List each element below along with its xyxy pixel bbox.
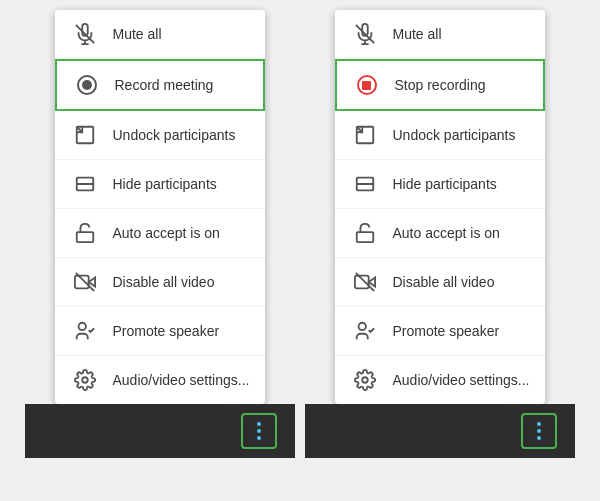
- dot3: [257, 436, 261, 440]
- right-dot3: [537, 436, 541, 440]
- svg-marker-22: [368, 277, 374, 286]
- left-three-dots-button[interactable]: [241, 413, 277, 449]
- record-circle: [77, 75, 97, 95]
- svg-point-25: [362, 377, 368, 383]
- left-undock-label: Undock participants: [113, 127, 236, 143]
- settings-icon: [71, 366, 99, 394]
- mute-all-icon: [71, 20, 99, 48]
- left-auto-accept-item[interactable]: Auto accept is on: [55, 209, 266, 258]
- right-undock-item[interactable]: Undock participants: [335, 111, 546, 160]
- left-bottom-bar: [25, 404, 295, 458]
- right-three-dots-icon: [537, 422, 541, 440]
- dot1: [257, 422, 261, 426]
- disable-video-icon: [71, 268, 99, 296]
- right-settings-item[interactable]: Audio/video settings...: [335, 356, 546, 404]
- right-hide-icon: [351, 170, 379, 198]
- right-hide-label: Hide participants: [393, 176, 497, 192]
- undock-icon: [71, 121, 99, 149]
- stop-record-circle: [357, 75, 377, 95]
- svg-rect-7: [76, 232, 93, 242]
- left-menu: Mute all Record meeting: [55, 10, 266, 404]
- right-dot2: [537, 429, 541, 433]
- record-circle-inner: [82, 80, 92, 90]
- left-record-meeting-item[interactable]: Record meeting: [55, 59, 266, 111]
- right-lock-open-icon: [351, 219, 379, 247]
- right-menu: Mute all Stop recording: [335, 10, 546, 404]
- stop-record-inner: [362, 81, 371, 90]
- left-undock-item[interactable]: Undock participants: [55, 111, 266, 160]
- right-settings-label: Audio/video settings...: [393, 372, 530, 388]
- right-auto-accept-label: Auto accept is on: [393, 225, 500, 241]
- stop-record-icon: [353, 71, 381, 99]
- svg-point-11: [78, 323, 85, 330]
- svg-point-24: [358, 323, 365, 330]
- svg-point-12: [82, 377, 88, 383]
- right-mute-all-item[interactable]: Mute all: [335, 10, 546, 59]
- left-promote-label: Promote speaker: [113, 323, 220, 339]
- right-stop-recording-label: Stop recording: [395, 77, 486, 93]
- right-promote-label: Promote speaker: [393, 323, 500, 339]
- right-disable-video-label: Disable all video: [393, 274, 495, 290]
- left-mute-all-label: Mute all: [113, 26, 162, 42]
- record-icon: [73, 71, 101, 99]
- right-mute-all-icon: [351, 20, 379, 48]
- left-three-dots-icon: [257, 422, 261, 440]
- left-settings-item[interactable]: Audio/video settings...: [55, 356, 266, 404]
- left-settings-label: Audio/video settings...: [113, 372, 250, 388]
- left-record-label: Record meeting: [115, 77, 214, 93]
- lock-open-icon: [71, 219, 99, 247]
- right-settings-icon: [351, 366, 379, 394]
- hide-icon: [71, 170, 99, 198]
- right-promote-icon: [351, 317, 379, 345]
- right-menu-wrapper: Mute all Stop recording: [305, 10, 575, 458]
- left-mute-all-item[interactable]: Mute all: [55, 10, 266, 59]
- svg-rect-20: [356, 232, 373, 242]
- left-menu-container: Mute all Record meeting: [55, 10, 266, 404]
- left-menu-wrapper: Mute all Record meeting: [25, 10, 295, 458]
- left-promote-item[interactable]: Promote speaker: [55, 307, 266, 356]
- dot2: [257, 429, 261, 433]
- right-undock-icon: [351, 121, 379, 149]
- svg-marker-9: [88, 277, 94, 286]
- right-bottom-bar: [305, 404, 575, 458]
- right-hide-item[interactable]: Hide participants: [335, 160, 546, 209]
- right-menu-container: Mute all Stop recording: [335, 10, 546, 404]
- right-disable-video-item[interactable]: Disable all video: [335, 258, 546, 307]
- right-undock-label: Undock participants: [393, 127, 516, 143]
- right-stop-recording-item[interactable]: Stop recording: [335, 59, 546, 111]
- left-disable-video-item[interactable]: Disable all video: [55, 258, 266, 307]
- promote-icon: [71, 317, 99, 345]
- right-three-dots-button[interactable]: [521, 413, 557, 449]
- right-dot1: [537, 422, 541, 426]
- right-promote-item[interactable]: Promote speaker: [335, 307, 546, 356]
- right-mute-all-label: Mute all: [393, 26, 442, 42]
- left-hide-label: Hide participants: [113, 176, 217, 192]
- right-auto-accept-item[interactable]: Auto accept is on: [335, 209, 546, 258]
- left-auto-accept-label: Auto accept is on: [113, 225, 220, 241]
- left-hide-item[interactable]: Hide participants: [55, 160, 266, 209]
- left-disable-video-label: Disable all video: [113, 274, 215, 290]
- right-disable-video-icon: [351, 268, 379, 296]
